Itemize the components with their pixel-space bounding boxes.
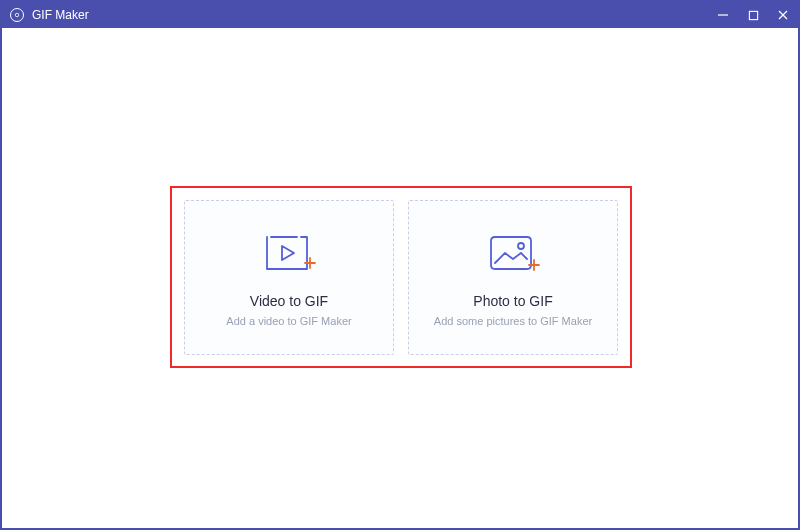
app-title: GIF Maker [32, 8, 89, 22]
highlight-box: Video to GIF Add a video to GIF Maker [170, 186, 632, 368]
app-window: GIF Maker [0, 0, 800, 530]
titlebar: GIF Maker [2, 2, 798, 28]
app-icon [10, 8, 24, 22]
photo-card-title: Photo to GIF [473, 293, 552, 309]
minimize-button[interactable] [716, 8, 730, 22]
video-to-gif-card[interactable]: Video to GIF Add a video to GIF Maker [184, 200, 394, 355]
svg-point-9 [518, 243, 524, 249]
content-area: Video to GIF Add a video to GIF Maker [2, 28, 798, 528]
photo-image-icon [481, 227, 545, 279]
svg-marker-6 [282, 246, 294, 260]
photo-to-gif-card[interactable]: Photo to GIF Add some pictures to GIF Ma… [408, 200, 618, 355]
video-play-icon [257, 227, 321, 279]
svg-rect-2 [749, 11, 757, 19]
close-button[interactable] [776, 8, 790, 22]
photo-card-subtitle: Add some pictures to GIF Maker [434, 315, 592, 327]
video-card-title: Video to GIF [250, 293, 328, 309]
window-controls [716, 8, 790, 22]
video-card-subtitle: Add a video to GIF Maker [226, 315, 351, 327]
svg-point-0 [15, 13, 19, 17]
maximize-button[interactable] [746, 8, 760, 22]
